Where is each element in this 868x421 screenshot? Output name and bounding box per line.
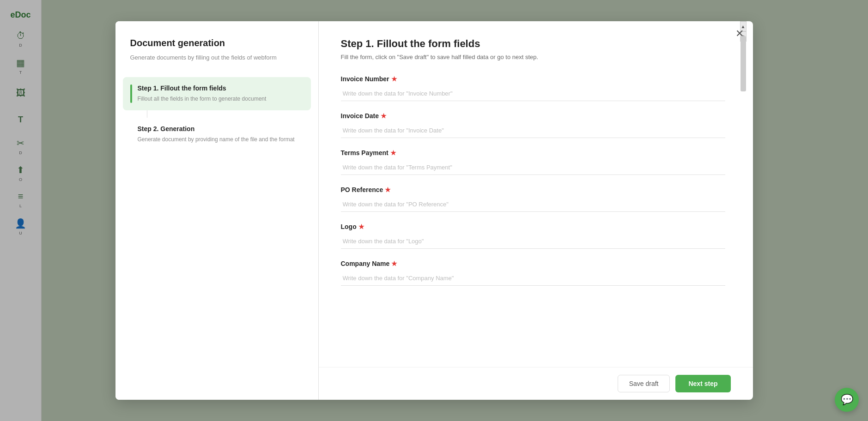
form-subheading: Fill the form, click on "Save draft" to … — [341, 54, 725, 60]
chat-bubble[interactable]: 💬 — [835, 388, 859, 412]
invoice-date-input[interactable] — [341, 123, 725, 138]
modal-main-content: ▲ ▼ Step 1. Fillout the form fields Fill… — [319, 21, 753, 400]
step1-content: Step 1. Fillout the form fields Fillout … — [138, 84, 303, 103]
invoice-number-field: Invoice Number ★ — [341, 75, 725, 101]
step2-description: Generate document by providing name of t… — [138, 135, 303, 144]
logo-field: Logo ★ — [341, 223, 725, 249]
modal-sidebar-description: Generate documents by filling out the fi… — [130, 53, 303, 62]
modal-sidebar: Document generation Generate documents b… — [115, 21, 319, 400]
scrollbar-thumb — [741, 36, 746, 91]
po-reference-label: PO Reference ★ — [341, 186, 725, 193]
po-reference-input[interactable] — [341, 197, 725, 212]
po-reference-field: PO Reference ★ — [341, 186, 725, 212]
logo-label: Logo ★ — [341, 223, 725, 230]
step1-title: Step 1. Fillout the form fields — [138, 84, 303, 92]
required-star: ★ — [385, 186, 391, 193]
invoice-number-input[interactable] — [341, 86, 725, 101]
invoice-date-label: Invoice Date ★ — [341, 112, 725, 120]
required-star: ★ — [391, 260, 397, 267]
scrollbar: ▲ ▼ — [740, 21, 747, 367]
step2-title: Step 2. Generation — [138, 125, 303, 132]
next-step-button[interactable]: Next step — [675, 375, 730, 392]
modal-overlay: ✕ Document generation Generate documents… — [0, 0, 868, 421]
terms-payment-label: Terms Payment ★ — [341, 149, 725, 156]
terms-payment-field: Terms Payment ★ — [341, 149, 725, 175]
terms-payment-input[interactable] — [341, 160, 725, 175]
required-star: ★ — [358, 223, 364, 230]
step1-description: Fillout all the fields in the form to ge… — [138, 95, 303, 103]
chat-icon: 💬 — [841, 394, 853, 406]
form-heading: Step 1. Fillout the form fields — [341, 38, 725, 50]
modal-footer: Save draft Next step — [319, 367, 753, 400]
company-name-input[interactable] — [341, 271, 725, 286]
step1-indicator — [130, 84, 132, 103]
required-star: ★ — [390, 149, 396, 156]
step1-item[interactable]: Step 1. Fillout the form fields Fillout … — [123, 77, 311, 110]
step-connector — [147, 110, 303, 118]
modal-sidebar-title: Document generation — [130, 38, 303, 48]
required-star: ★ — [381, 112, 387, 120]
invoice-date-field: Invoice Date ★ — [341, 112, 725, 138]
close-button[interactable]: ✕ — [735, 29, 744, 39]
invoice-number-label: Invoice Number ★ — [341, 75, 725, 83]
company-name-field: Company Name ★ — [341, 260, 725, 286]
company-name-label: Company Name ★ — [341, 260, 725, 267]
required-star: ★ — [391, 75, 397, 83]
step2-indicator — [130, 125, 132, 144]
save-draft-button[interactable]: Save draft — [618, 375, 670, 392]
step2-content: Step 2. Generation Generate document by … — [138, 125, 303, 144]
logo-input[interactable] — [341, 234, 725, 249]
step2-item[interactable]: Step 2. Generation Generate document by … — [123, 118, 311, 151]
document-generation-modal: ✕ Document generation Generate documents… — [115, 21, 753, 400]
form-scroll-area[interactable]: ▲ ▼ Step 1. Fillout the form fields Fill… — [319, 21, 753, 367]
